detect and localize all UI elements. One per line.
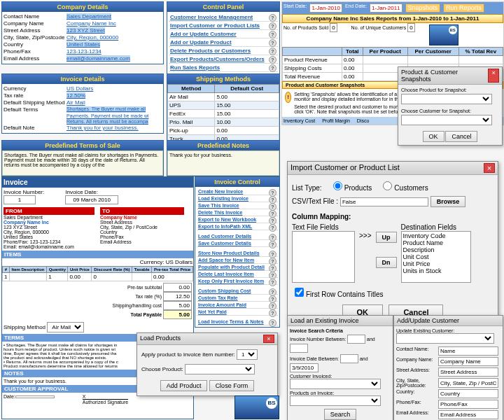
control-link[interactable]: Customer Invoice Management [169, 13, 278, 22]
inv-control-link[interactable]: Export to New Workbook [197, 216, 278, 223]
phone-value[interactable]: 123-123-1234 [66, 48, 102, 55]
terms-3[interactable]: Returns. All returns must be accompa [66, 119, 148, 124]
control-link[interactable]: Run Sales Reports [169, 64, 278, 72]
ship-cell[interactable]: Air Mail [168, 93, 215, 102]
close-icon[interactable]: × [488, 69, 499, 83]
add-product-button[interactable]: Add Product [160, 380, 208, 391]
dn-button[interactable]: Dn [376, 257, 397, 268]
control-link[interactable]: Add or Update Product [169, 38, 278, 47]
control-link[interactable]: Export Products/Customers/Orders [169, 55, 278, 64]
to-street[interactable]: Street Address [100, 220, 184, 225]
snap-cancel-button[interactable]: Cancel [445, 131, 477, 142]
ship-value[interactable]: Air Mail [66, 99, 85, 106]
snap-ok-button[interactable]: OK [423, 131, 444, 142]
currency-value[interactable]: US Dollars [66, 85, 93, 92]
txt-fields-list[interactable] [292, 231, 355, 283]
ship-cell[interactable]: 15.00 [215, 102, 279, 110]
ship-cell[interactable]: UPS [168, 102, 215, 110]
co-input[interactable] [438, 357, 498, 366]
ship-cell[interactable]: 10.00 [215, 118, 279, 127]
street-value[interactable]: 123 XYZ Street [66, 27, 105, 34]
snap-product-select[interactable] [401, 94, 492, 104]
snapshots-button[interactable]: Snapshots [405, 4, 441, 13]
inv-control-link[interactable]: Store New Product Details [197, 250, 278, 257]
customers-radio[interactable] [383, 181, 392, 190]
start-date[interactable]: 1-Jan-2010 [309, 4, 342, 13]
inv-control-link[interactable]: Add Space for New Item [197, 257, 278, 264]
inv-control-link[interactable]: Invoice Amount Paid [197, 302, 278, 309]
choose-product-select[interactable] [185, 364, 255, 374]
csz-input[interactable] [438, 378, 498, 388]
close-icon[interactable]: × [263, 335, 274, 343]
existing-cust-select[interactable] [396, 333, 494, 344]
inv-control-link[interactable]: Keep Only First Invoice Item [197, 278, 278, 285]
search-button[interactable]: Search [324, 409, 357, 420]
sig-x[interactable]: X [83, 394, 128, 399]
snap-customer-select[interactable] [401, 115, 492, 125]
ship-cell[interactable]: 0.00 [215, 127, 279, 135]
inv-control-link[interactable]: Save Customer Details [197, 240, 278, 247]
inv-control-link[interactable]: Load Existing Invoice [197, 195, 278, 202]
inv-control-link[interactable]: Delete Last Invoice Item [197, 271, 278, 278]
ship-cell[interactable]: Prio. Mail [168, 118, 215, 127]
control-link[interactable]: Delete Products or Customers [169, 47, 278, 55]
terms-2[interactable]: Payments. Payment must be made wi [66, 113, 149, 118]
cust-select[interactable] [290, 379, 381, 389]
browse-button[interactable]: Browse [430, 196, 466, 207]
products-radio[interactable] [333, 181, 342, 190]
inv-control-link[interactable]: Save This Invoice [197, 202, 278, 209]
prod-select[interactable] [290, 396, 381, 406]
inv-num[interactable]: 1 [4, 195, 36, 204]
snapshot-dialog: Product & Customer Snapshots× Choose Pro… [398, 66, 503, 146]
to-email[interactable]: Email Address [100, 239, 184, 244]
to-co[interactable]: Company Name [100, 215, 184, 220]
inv-date[interactable]: 09 March 2010 [65, 195, 118, 204]
ship-cell[interactable]: Pick-up [168, 127, 215, 135]
control-link[interactable]: Import Customer or Product Lists [169, 22, 278, 30]
inv-control-link[interactable]: Not Yet Paid [197, 309, 278, 316]
phone-input[interactable] [438, 400, 498, 409]
inv-control-link[interactable]: Delete This Invoice [197, 209, 278, 216]
date-from-input[interactable] [340, 354, 358, 363]
date-to-input[interactable] [290, 363, 318, 372]
inv-control-link[interactable]: Load Customer Details [197, 233, 278, 240]
up-button[interactable]: Up [376, 232, 397, 243]
ship-cell[interactable]: FedEx [168, 110, 215, 118]
inv-control-link[interactable]: Export to InfoPath XML [197, 223, 278, 230]
run-reports-button[interactable]: Run Reports [443, 4, 484, 13]
to-country[interactable]: Country [100, 230, 184, 234]
street-input[interactable] [438, 368, 498, 377]
contact-input[interactable] [438, 346, 498, 356]
num-from-input[interactable] [347, 335, 365, 344]
num-to-input[interactable] [290, 344, 308, 353]
control-link[interactable]: Add or Update Customer [169, 30, 278, 38]
csz-label: City, State, Zip/Postcode: [396, 378, 438, 388]
inv-control-link[interactable]: Custom Tax Rate [197, 295, 278, 302]
inv-control-link[interactable]: Custom Shipping Cost [197, 288, 278, 295]
company-name-value[interactable]: Company Name Inc [66, 20, 116, 27]
tax-value[interactable]: 12.50% [66, 92, 85, 99]
apply-num-select[interactable]: 1 [237, 349, 258, 360]
first-row-checkbox[interactable] [295, 288, 304, 297]
to-csz[interactable]: City, State, Zip / PostCode [100, 225, 184, 230]
inv-control-link[interactable]: Load Invoice Terms & Notes [197, 318, 278, 326]
end-date[interactable]: 1-Jan-2011 [370, 4, 402, 13]
csz-value[interactable]: City, Region, 000000 [66, 34, 118, 41]
contact-name-value[interactable]: Sales Department [66, 13, 111, 20]
csv-path-input[interactable] [340, 197, 428, 206]
close-icon[interactable]: × [484, 163, 495, 173]
email-input[interactable] [438, 410, 498, 419]
inv-control-link[interactable]: Create New Invoice [197, 188, 278, 195]
ship-cell[interactable]: 15.00 [215, 110, 279, 118]
ship-cell[interactable]: 5.00 [215, 93, 279, 102]
shipmethod-select[interactable]: Air Mail [47, 322, 84, 332]
country-value[interactable]: United States [66, 41, 100, 48]
terms-1[interactable]: Shortages. The Buyer must make all [66, 106, 146, 113]
dest-fields-list[interactable]: Inventory CodeProduct NameDescriptionUni… [401, 231, 471, 283]
to-phone[interactable]: Phone/Fax [100, 234, 184, 239]
note-value[interactable]: Thank you for your business. [66, 125, 139, 131]
inv-control-link[interactable]: Populate with Product Detail [197, 264, 278, 271]
close-form-button[interactable]: Close Form [209, 380, 255, 391]
email-value[interactable]: email@domainname.com [66, 55, 130, 62]
country-input[interactable] [438, 389, 498, 398]
